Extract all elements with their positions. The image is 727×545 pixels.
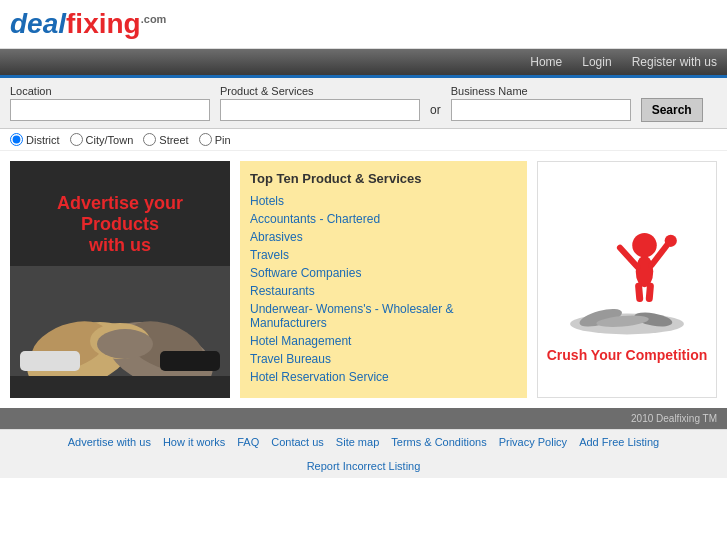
header: dealfixing.com <box>0 0 727 49</box>
list-item: Hotels <box>250 194 517 208</box>
footer-link[interactable]: FAQ <box>237 436 259 448</box>
navbar: Home Login Register with us <box>0 49 727 75</box>
competition-svg <box>547 197 707 337</box>
left-ad-text: Advertise your Products with us <box>47 183 193 266</box>
product-label: Product & Services <box>220 85 420 97</box>
footer-link[interactable]: Site map <box>336 436 379 448</box>
radio-row: District City/Town Street Pin <box>0 129 727 151</box>
location-label: Location <box>10 85 210 97</box>
radio-street[interactable]: Street <box>143 133 188 146</box>
list-item: Software Companies <box>250 266 517 280</box>
right-ad: Crush Your Competition <box>537 161 717 398</box>
nav-login[interactable]: Login <box>582 55 611 69</box>
svg-point-14 <box>632 232 657 257</box>
list-item: Abrasives <box>250 230 517 244</box>
business-input[interactable] <box>451 99 631 121</box>
list-item: Travels <box>250 248 517 262</box>
footer-link[interactable]: Privacy Policy <box>499 436 567 448</box>
footer-link[interactable]: Terms & Conditions <box>391 436 486 448</box>
product-link[interactable]: Hotel Reservation Service <box>250 370 389 384</box>
copyright: 2010 Dealfixing TM <box>631 413 717 424</box>
product-link[interactable]: Travels <box>250 248 289 262</box>
left-ad: Advertise your Products with us <box>10 161 230 398</box>
location-field: Location <box>10 85 210 121</box>
nav-register[interactable]: Register with us <box>632 55 717 69</box>
footer-link[interactable]: Add Free Listing <box>579 436 659 448</box>
product-link[interactable]: Abrasives <box>250 230 303 244</box>
footer-link[interactable]: Contact us <box>271 436 324 448</box>
search-button[interactable]: Search <box>641 98 703 122</box>
business-label: Business Name <box>451 85 631 97</box>
center-box-title: Top Ten Product & Services <box>250 171 517 186</box>
business-field: Business Name <box>451 85 631 121</box>
svg-point-15 <box>636 255 654 287</box>
product-link[interactable]: Hotels <box>250 194 284 208</box>
radio-district[interactable]: District <box>10 133 60 146</box>
location-input[interactable] <box>10 99 210 121</box>
handshake-svg <box>10 266 230 376</box>
list-item: Travel Bureaus <box>250 352 517 366</box>
list-item: Hotel Reservation Service <box>250 370 517 384</box>
footer-link[interactable]: Report Incorrect Listing <box>307 460 421 472</box>
logo-fixing: fixing <box>66 8 141 39</box>
footer-link[interactable]: How it works <box>163 436 225 448</box>
search-bar: Location Product & Services or Business … <box>0 78 727 129</box>
svg-point-20 <box>665 234 677 246</box>
handshake-image <box>10 266 230 376</box>
product-link[interactable]: Restaurants <box>250 284 315 298</box>
list-item: Hotel Management <box>250 334 517 348</box>
list-item: Restaurants <box>250 284 517 298</box>
product-link[interactable]: Hotel Management <box>250 334 351 348</box>
footer-links: Advertise with usHow it worksFAQContact … <box>0 429 727 478</box>
nav-home[interactable]: Home <box>530 55 562 69</box>
or-label: or <box>430 103 441 117</box>
product-link[interactable]: Underwear- Womens's - Wholesaler & Manuf… <box>250 302 453 330</box>
radio-pin[interactable]: Pin <box>199 133 231 146</box>
product-list: HotelsAccountants - CharteredAbrasivesTr… <box>250 194 517 384</box>
svg-rect-8 <box>160 351 220 371</box>
logo-deal: deal <box>10 8 66 39</box>
product-link[interactable]: Travel Bureaus <box>250 352 331 366</box>
radio-city[interactable]: City/Town <box>70 133 134 146</box>
product-link[interactable]: Software Companies <box>250 266 361 280</box>
footer-link[interactable]: Advertise with us <box>68 436 151 448</box>
svg-rect-7 <box>20 351 80 371</box>
main-content: Advertise your Products with us <box>0 151 727 408</box>
list-item: Underwear- Womens's - Wholesaler & Manuf… <box>250 302 517 330</box>
product-input[interactable] <box>220 99 420 121</box>
list-item: Accountants - Chartered <box>250 212 517 226</box>
center-box: Top Ten Product & Services HotelsAccount… <box>240 161 527 398</box>
crush-text: Crush Your Competition <box>547 347 707 363</box>
product-field: Product & Services <box>220 85 420 121</box>
logo-com: .com <box>141 13 167 25</box>
logo: dealfixing.com <box>10 8 166 40</box>
product-link[interactable]: Accountants - Chartered <box>250 212 380 226</box>
footer-top: 2010 Dealfixing TM <box>0 408 727 429</box>
svg-point-6 <box>97 329 153 359</box>
